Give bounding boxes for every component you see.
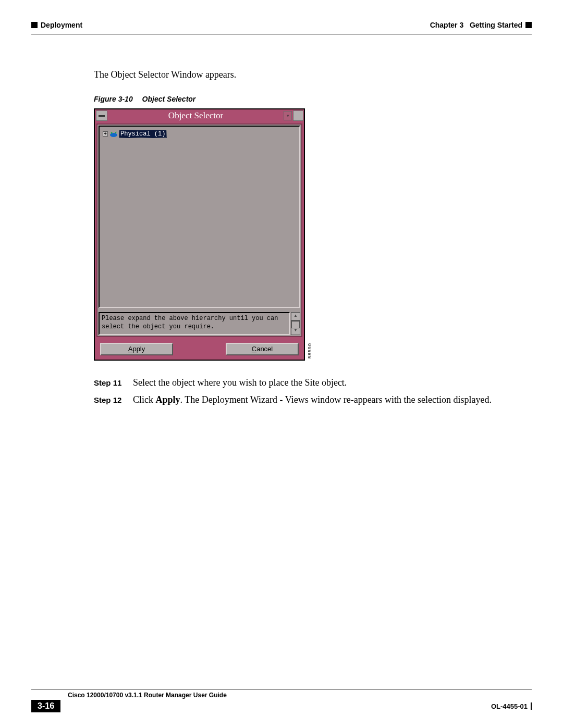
footer-rule bbox=[31, 689, 532, 689]
page-header: Deployment Chapter 3 Getting Started bbox=[31, 21, 532, 29]
window-body: + Physical (1) Please expand the above h… bbox=[96, 124, 302, 337]
page-number: 3-16 bbox=[31, 700, 60, 712]
header-square-icon bbox=[31, 22, 38, 28]
tree-root-row[interactable]: + Physical (1) bbox=[103, 130, 296, 138]
chapter-title: Getting Started bbox=[470, 21, 522, 29]
header-left: Deployment bbox=[31, 21, 82, 29]
image-id: 58590 bbox=[307, 343, 312, 359]
minimize-button[interactable]: ▾ bbox=[284, 111, 292, 120]
button-row: Apply Cancel bbox=[95, 339, 304, 360]
step-label: Step 12 bbox=[94, 393, 133, 406]
tree-panel[interactable]: + Physical (1) bbox=[99, 126, 300, 308]
scroll-track[interactable] bbox=[291, 320, 300, 327]
step-text-prefix: Click bbox=[133, 394, 156, 405]
header-rule bbox=[31, 34, 532, 34]
tree-root-label[interactable]: Physical (1) bbox=[119, 130, 167, 138]
step-text: Click Apply. The Deployment Wizard - Vie… bbox=[133, 393, 492, 406]
step-text-bold: Apply bbox=[156, 394, 180, 405]
figure-caption: Figure 3-10 Object Selector bbox=[94, 95, 532, 103]
apply-label-rest: pply bbox=[132, 345, 145, 353]
figure-number: Figure 3-10 bbox=[94, 95, 133, 103]
scroll-thumb[interactable] bbox=[291, 321, 300, 328]
step-11: Step 11 Select the object where you wish… bbox=[94, 376, 532, 389]
step-label: Step 11 bbox=[94, 376, 133, 389]
steps-list: Step 11 Select the object where you wish… bbox=[94, 376, 532, 406]
chapter-label: Chapter 3 bbox=[430, 21, 464, 29]
step-text-suffix: . The Deployment Wizard - Views window r… bbox=[180, 394, 492, 405]
screenshot-wrap: Object Selector ▾ + Physical (1) bbox=[94, 108, 532, 361]
object-selector-window: Object Selector ▾ + Physical (1) bbox=[94, 108, 305, 361]
apply-button[interactable]: Apply bbox=[100, 343, 173, 355]
physical-node-icon bbox=[109, 130, 118, 138]
header-right: Chapter 3 Getting Started bbox=[430, 21, 532, 29]
footer-guide-title: Cisco 12000/10700 v3.1.1 Router Manager … bbox=[31, 692, 532, 699]
maximize-button[interactable] bbox=[293, 110, 303, 121]
titlebar: Object Selector ▾ bbox=[95, 109, 304, 122]
intro-text: The Object Selector Window appears. bbox=[94, 69, 532, 80]
step-12: Step 12 Click Apply. The Deployment Wiza… bbox=[94, 393, 532, 406]
cancel-label-rest: ancel bbox=[256, 345, 273, 353]
section-name: Deployment bbox=[41, 21, 82, 29]
doc-id: OL-4455-01 bbox=[491, 702, 532, 710]
message-scrollbar[interactable]: ▲ ▼ bbox=[291, 312, 300, 335]
header-square-icon bbox=[525, 22, 532, 28]
expand-icon[interactable]: + bbox=[103, 131, 108, 137]
scroll-up-icon[interactable]: ▲ bbox=[291, 312, 300, 320]
message-text: Please expand the above hierarchy until … bbox=[99, 312, 290, 335]
system-menu-button[interactable] bbox=[96, 110, 107, 121]
page-footer: Cisco 12000/10700 v3.1.1 Router Manager … bbox=[31, 689, 532, 712]
step-text: Select the object where you wish to plac… bbox=[133, 376, 347, 389]
figure-title: Object Selector bbox=[142, 95, 196, 103]
cancel-button[interactable]: Cancel bbox=[226, 343, 299, 355]
message-area: Please expand the above hierarchy until … bbox=[99, 312, 300, 335]
window-title: Object Selector bbox=[108, 110, 283, 121]
bar-icon bbox=[531, 702, 532, 710]
